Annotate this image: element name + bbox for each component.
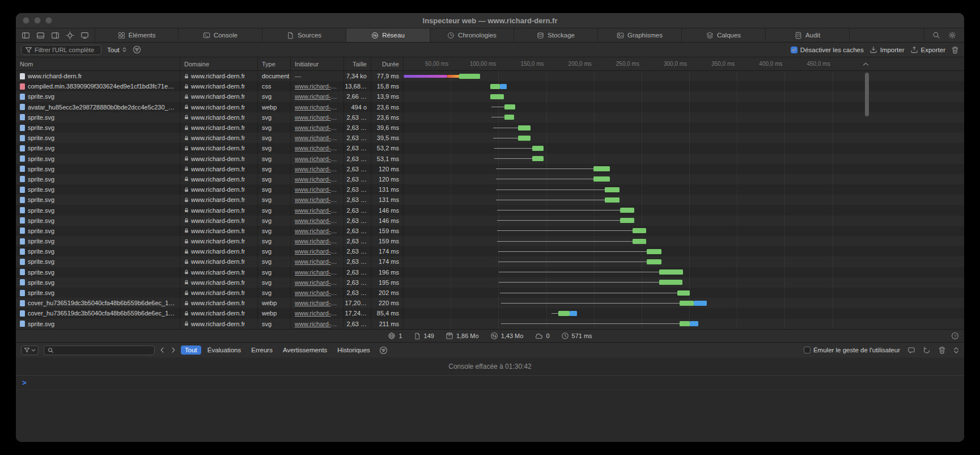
tab-audit[interactable]: Audit: [766, 28, 850, 42]
initiator-link[interactable]: www.richard-d…: [295, 104, 340, 111]
clear-console-button[interactable]: [938, 346, 946, 354]
network-request-row[interactable]: sprite.svgwww.richard-dern.frsvgwww.rich…: [16, 267, 964, 277]
network-request-row[interactable]: compiled.min.38390909f303624ed9e1cf1bd3f…: [16, 81, 964, 91]
network-request-row[interactable]: avatar_hu85ecc3e298728880b0bde2dcc4e5c23…: [16, 102, 964, 112]
initiator-link[interactable]: www.richard-d…: [295, 186, 340, 193]
disable-caches-checkbox[interactable]: [791, 47, 797, 53]
tab-timelines[interactable]: Chronologies: [430, 28, 514, 42]
column-header-init[interactable]: Initiateur: [291, 57, 344, 70]
console-search-field[interactable]: [44, 346, 155, 355]
column-header-dur[interactable]: Durée: [371, 57, 404, 70]
initiator-link[interactable]: www.richard-d…: [295, 124, 340, 131]
initiator-link[interactable]: www.richard-d…: [295, 134, 340, 141]
console-scope-historiques[interactable]: Historiques: [333, 346, 374, 355]
window-zoom-button[interactable]: [45, 17, 52, 24]
dock-bottom-icon[interactable]: [36, 32, 45, 39]
initiator-link[interactable]: www.richard-d…: [295, 176, 340, 183]
network-request-row[interactable]: sprite.svgwww.richard-dern.frsvgwww.rich…: [16, 319, 964, 329]
column-header-size[interactable]: Taille: [344, 57, 371, 70]
network-request-row[interactable]: cover_hu736519dc3b5040cfa48b6b559b6de6ec…: [16, 308, 964, 318]
network-request-row[interactable]: sprite.svgwww.richard-dern.frsvgwww.rich…: [16, 123, 964, 133]
console-prompt[interactable]: >: [16, 376, 964, 390]
network-request-row[interactable]: cover_hu736519dc3b5040cfa48b6b559b6de6ec…: [16, 298, 964, 308]
network-request-row[interactable]: sprite.svgwww.richard-dern.frsvgwww.rich…: [16, 236, 964, 246]
console-scope-évaluations[interactable]: Évaluations: [203, 346, 245, 355]
network-request-row[interactable]: sprite.svgwww.richard-dern.frsvgwww.rich…: [16, 112, 964, 123]
titlebar[interactable]: Inspecteur web — www.richard-dern.fr: [16, 13, 964, 28]
initiator-link[interactable]: www.richard-d…: [295, 289, 340, 296]
network-request-row[interactable]: sprite.svgwww.richard-dern.frsvgwww.rich…: [16, 216, 964, 226]
expand-console-button[interactable]: [953, 347, 959, 354]
previous-result-button[interactable]: [160, 347, 164, 353]
initiator-link[interactable]: www.richard-d…: [295, 155, 340, 162]
network-request-row[interactable]: sprite.svgwww.richard-dern.frsvgwww.rich…: [16, 205, 964, 215]
console-scope-tout[interactable]: Tout: [181, 346, 201, 355]
initiator-link[interactable]: www.richard-d…: [295, 258, 340, 265]
device-settings-icon[interactable]: [80, 32, 89, 39]
initiator-link[interactable]: www.richard-d…: [295, 196, 340, 203]
tab-graphics[interactable]: Graphismes: [598, 28, 682, 42]
help-icon[interactable]: ?: [951, 332, 959, 340]
network-request-row[interactable]: sprite.svgwww.richard-dern.frsvgwww.rich…: [16, 133, 964, 143]
column-header-type[interactable]: Type: [258, 57, 291, 70]
console-scope-erreurs[interactable]: Erreurs: [247, 346, 277, 355]
message-bubble-icon[interactable]: [907, 347, 915, 354]
column-header-domain[interactable]: Domaine: [180, 57, 258, 70]
url-filter-input[interactable]: [35, 47, 97, 53]
chevron-up-icon[interactable]: [863, 62, 869, 66]
initiator-link[interactable]: www.richard-d…: [295, 166, 340, 172]
clear-network-items-button[interactable]: [951, 46, 959, 54]
next-result-button[interactable]: [171, 347, 176, 353]
inspect-element-icon[interactable]: [66, 31, 74, 40]
resource-type-filter[interactable]: Tout: [107, 47, 127, 53]
network-request-row[interactable]: sprite.svgwww.richard-dern.frsvgwww.rich…: [16, 246, 964, 256]
network-request-row[interactable]: sprite.svgwww.richard-dern.frsvgwww.rich…: [16, 256, 964, 267]
network-request-row[interactable]: sprite.svgwww.richard-dern.frsvgwww.rich…: [16, 91, 964, 102]
network-request-row[interactable]: sprite.svgwww.richard-dern.frsvgwww.rich…: [16, 154, 964, 164]
tab-network[interactable]: Réseau: [346, 28, 430, 42]
tab-console[interactable]: Console: [179, 28, 262, 42]
network-request-row[interactable]: sprite.svgwww.richard-dern.frsvgwww.rich…: [16, 143, 964, 153]
network-request-row[interactable]: sprite.svgwww.richard-dern.frsvgwww.rich…: [16, 184, 964, 195]
initiator-link[interactable]: www.richard-d…: [295, 83, 340, 90]
initiator-link[interactable]: www.richard-d…: [295, 217, 340, 224]
console-scope-avertissements[interactable]: Avertissements: [279, 346, 331, 355]
network-request-row[interactable]: sprite.svgwww.richard-dern.frsvgwww.rich…: [16, 164, 964, 174]
initiator-link[interactable]: www.richard-d…: [295, 248, 340, 255]
column-header-name[interactable]: Nom: [16, 57, 180, 70]
window-minimize-button[interactable]: [34, 17, 41, 24]
emulate-user-gesture-toggle[interactable]: Émuler le geste de l'utilisateur: [804, 347, 900, 353]
initiator-link[interactable]: www.richard-d…: [295, 300, 340, 306]
initiator-link[interactable]: www.richard-d…: [295, 269, 340, 276]
disable-caches-toggle[interactable]: Désactiver les caches: [791, 47, 864, 53]
initiator-link[interactable]: www.richard-d…: [295, 228, 340, 234]
network-request-row[interactable]: www.richard-dern.frwww.richard-dern.frdo…: [16, 71, 964, 81]
search-icon[interactable]: [932, 31, 940, 39]
network-request-row[interactable]: sprite.svgwww.richard-dern.frsvgwww.rich…: [16, 195, 964, 205]
network-request-row[interactable]: sprite.svgwww.richard-dern.frsvgwww.rich…: [16, 226, 964, 236]
url-filter-field[interactable]: [21, 45, 101, 55]
network-request-row[interactable]: sprite.svgwww.richard-dern.frsvgwww.rich…: [16, 277, 964, 288]
settings-gear-icon[interactable]: [948, 31, 956, 39]
initiator-link[interactable]: www.richard-d…: [295, 321, 340, 327]
reload-icon[interactable]: [923, 346, 931, 354]
emulate-user-gesture-checkbox[interactable]: [804, 347, 811, 353]
initiator-link[interactable]: www.richard-d…: [295, 279, 340, 286]
initiator-link[interactable]: www.richard-d…: [295, 207, 340, 214]
console-filter-button[interactable]: [21, 346, 39, 355]
console-options-icon[interactable]: [379, 346, 388, 355]
filter-options-icon[interactable]: [133, 45, 141, 54]
tab-elements[interactable]: Éléments: [95, 28, 179, 42]
tab-sources[interactable]: Sources: [262, 28, 346, 42]
dock-side-icon[interactable]: [22, 32, 30, 39]
initiator-link[interactable]: www.richard-d…: [295, 114, 340, 121]
window-close-button[interactable]: [23, 17, 29, 24]
network-request-row[interactable]: sprite.svgwww.richard-dern.frsvgwww.rich…: [16, 174, 964, 184]
initiator-link[interactable]: www.richard-d…: [295, 238, 340, 245]
console-search-input[interactable]: [56, 347, 151, 353]
initiator-link[interactable]: www.richard-d…: [295, 93, 340, 100]
initiator-link[interactable]: www.richard-d…: [295, 310, 340, 317]
tab-storage[interactable]: Stockage: [514, 28, 598, 42]
network-request-row[interactable]: sprite.svgwww.richard-dern.frsvgwww.rich…: [16, 288, 964, 298]
import-button[interactable]: Importer: [869, 46, 905, 53]
